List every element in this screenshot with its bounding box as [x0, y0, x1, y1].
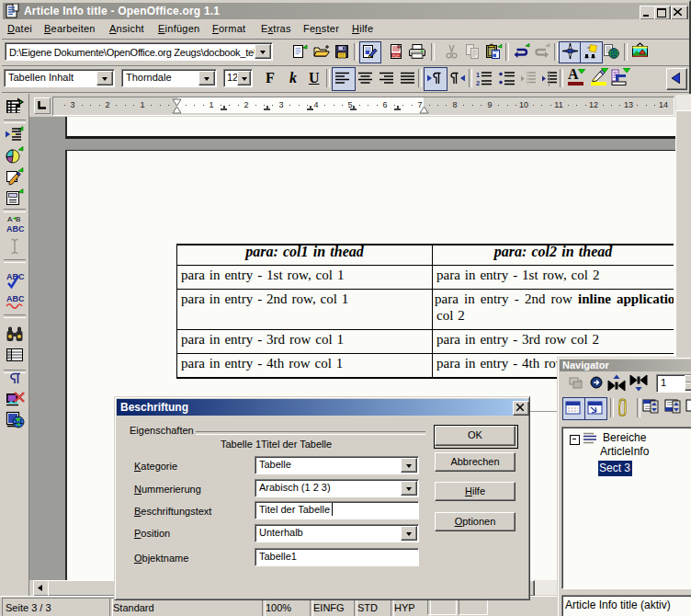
- svg-text:A: A: [7, 215, 13, 223]
- svg-text:B: B: [16, 215, 20, 223]
- svg-text:ABC: ABC: [6, 224, 25, 234]
- svg-text:ABC: ABC: [6, 294, 25, 303]
- svg-text:PDF: PDF: [392, 54, 400, 58]
- svg-text:2: 2: [476, 79, 480, 86]
- svg-text:1: 1: [476, 71, 480, 79]
